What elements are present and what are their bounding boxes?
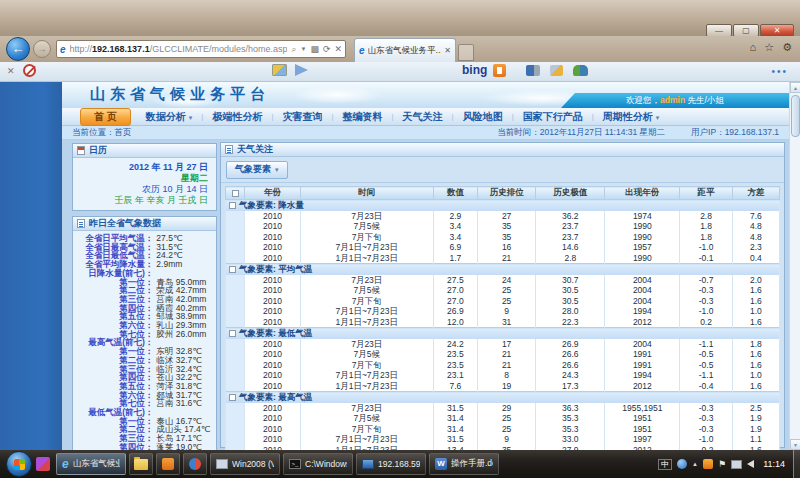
element-selector-button[interactable]: 气象要素 ▾ bbox=[226, 161, 288, 179]
security-tray-icon[interactable] bbox=[703, 459, 713, 469]
table-row[interactable]: 20107月下旬23.52126.61991-0.51.6 bbox=[226, 360, 780, 371]
bing-app-icon[interactable] bbox=[493, 64, 506, 77]
column-header[interactable]: 数值 bbox=[433, 187, 477, 200]
taskbar-button-word[interactable]: W操作手册.docx ... bbox=[429, 453, 499, 475]
scroll-down-icon[interactable]: ▼ bbox=[790, 439, 800, 450]
column-header[interactable]: 距平 bbox=[680, 187, 733, 200]
taskbar-button-ie[interactable]: e山东省气候业... bbox=[56, 453, 126, 475]
table-group-row[interactable]: 气象要素: 平均气温 bbox=[226, 264, 780, 275]
table-row[interactable]: 20107月5候23.52126.61991-0.51.6 bbox=[226, 349, 780, 360]
menu-item-4[interactable]: 灾害查询 bbox=[273, 110, 331, 124]
menu-item-3[interactable]: 极端性分析 bbox=[203, 110, 271, 124]
address-bar[interactable]: e http://192.168.137.1/GLCCLIMATE/module… bbox=[56, 40, 346, 58]
toolbox-icon[interactable] bbox=[550, 65, 563, 76]
search-icon[interactable]: ⌕ bbox=[291, 44, 296, 55]
close-toolbar-icon[interactable]: ✕ bbox=[7, 66, 15, 76]
table-row[interactable]: 20107月23日24.21726.92004-1.11.8 bbox=[226, 339, 780, 350]
taskbar-button-remote[interactable]: 192.168.59.99... bbox=[356, 453, 426, 475]
table-row[interactable]: 20107月下旬3.43523.719901.84.8 bbox=[226, 232, 780, 243]
table-row[interactable]: 20107月1日~7月23日23.1824.31994-1.11.0 bbox=[226, 370, 780, 381]
send-icon[interactable] bbox=[295, 64, 308, 76]
home-icon[interactable]: ⌂ bbox=[750, 41, 757, 54]
chevron-down-icon[interactable]: ▼ bbox=[300, 46, 306, 52]
messenger-icon[interactable] bbox=[526, 65, 540, 76]
favorites-star-icon[interactable]: ☆ bbox=[764, 41, 774, 54]
taskbar-button-media[interactable] bbox=[183, 453, 207, 475]
table-row[interactable]: 20107月23日2.92736.219742.87.6 bbox=[226, 211, 780, 222]
more-options-dots[interactable]: ••• bbox=[771, 66, 788, 77]
back-button[interactable]: ← bbox=[6, 37, 30, 61]
table-cell: 35 bbox=[478, 232, 536, 243]
menu-item-7[interactable]: 风险地图 bbox=[454, 110, 512, 124]
taskbar-button-window[interactable]: Win2008 (VS2... bbox=[210, 453, 280, 475]
checkbox[interactable] bbox=[229, 266, 236, 273]
table-row[interactable]: 20107月5候3.43523.719901.84.8 bbox=[226, 221, 780, 232]
table-group-row[interactable]: 气象要素: 最高气温 bbox=[226, 392, 780, 403]
forward-button[interactable]: → bbox=[33, 40, 51, 58]
menu-item-2[interactable]: 数据分析▾ bbox=[137, 110, 202, 124]
table-row[interactable]: 20107月5候31.42535.31951-0.31.9 bbox=[226, 413, 780, 424]
column-header[interactable]: 时间 bbox=[300, 187, 433, 200]
table-row[interactable]: 20107月下旬27.02530.52004-0.31.6 bbox=[226, 296, 780, 307]
tools-gear-icon[interactable]: ⚙ bbox=[782, 41, 792, 54]
column-header[interactable]: 年份 bbox=[245, 187, 300, 200]
taskbar-clock[interactable]: 11:14 bbox=[763, 459, 785, 469]
chevron-down-icon: ▾ bbox=[656, 114, 660, 121]
start-button[interactable] bbox=[6, 451, 32, 477]
menu-item-9[interactable]: 周期性分析▾ bbox=[594, 110, 669, 124]
table-row[interactable]: 20107月23日27.52430.72004-0.72.0 bbox=[226, 275, 780, 286]
network-icon[interactable] bbox=[731, 460, 742, 469]
table-row[interactable]: 20107月1日~7月23日6.91614.61957-1.02.3 bbox=[226, 242, 780, 253]
table-row[interactable]: 20101月1日~7月23日1.7212.81990-0.10.4 bbox=[226, 253, 780, 264]
stop-icon[interactable]: ✕ bbox=[334, 44, 342, 54]
row-indent-cell bbox=[226, 275, 245, 286]
table-row[interactable]: 20107月1日~7月23日31.5933.01997-1.01.1 bbox=[226, 434, 780, 445]
table-row[interactable]: 20107月下旬31.42535.31951-0.31.9 bbox=[226, 424, 780, 435]
pinned-app-icon[interactable] bbox=[36, 457, 50, 471]
refresh-icon[interactable]: ⟳ bbox=[323, 44, 331, 54]
url-text[interactable]: http://192.168.137.1/GLCCLIMATE/modules/… bbox=[70, 44, 288, 54]
menu-item-5[interactable]: 整编资料 bbox=[334, 110, 392, 124]
volume-icon[interactable] bbox=[747, 460, 754, 468]
folder-icon bbox=[134, 459, 148, 470]
people-icon[interactable] bbox=[573, 65, 588, 76]
scrollbar[interactable]: ▲ ▼ bbox=[789, 82, 800, 450]
taskbar-button-console[interactable]: >_C:\Windows\s... bbox=[283, 453, 353, 475]
cards-icon[interactable] bbox=[272, 64, 287, 76]
column-header[interactable]: 出现年份 bbox=[605, 187, 680, 200]
checkbox[interactable] bbox=[229, 394, 236, 401]
action-center-flag-icon[interactable]: ⚑ bbox=[718, 459, 726, 469]
bing-logo[interactable]: bing bbox=[462, 63, 487, 77]
show-desktop-button[interactable] bbox=[793, 450, 800, 478]
taskbar-button-app-orange[interactable] bbox=[156, 453, 180, 475]
messenger-tray-icon[interactable] bbox=[677, 459, 687, 469]
table-group-row[interactable]: 气象要素: 降水量 bbox=[226, 200, 780, 211]
checkbox[interactable] bbox=[229, 202, 236, 209]
compatibility-view-icon[interactable]: ▩ bbox=[310, 44, 319, 54]
taskbar-button-folder[interactable] bbox=[129, 453, 153, 475]
table-row[interactable]: 20107月5候27.02530.52004-0.31.6 bbox=[226, 285, 780, 296]
table-header-row: 年份时间数值历史排位历史极值出现年份距平方差 bbox=[226, 187, 780, 200]
table-row[interactable]: 20101月1日~7月23日7.61917.32012-0.41.6 bbox=[226, 381, 780, 392]
table-row[interactable]: 20107月1日~7月23日26.9928.01994-1.01.0 bbox=[226, 306, 780, 317]
menu-item-8[interactable]: 国家下行产品 bbox=[514, 110, 592, 124]
scroll-up-icon[interactable]: ▲ bbox=[790, 82, 800, 93]
table-group-row[interactable]: 气象要素: 最低气温 bbox=[226, 328, 780, 339]
ime-indicator[interactable]: 中 bbox=[658, 459, 672, 470]
tab-close-icon[interactable]: ✕ bbox=[444, 46, 451, 55]
new-tab-button[interactable] bbox=[458, 44, 474, 61]
column-header[interactable]: 方差 bbox=[732, 187, 779, 200]
checkbox[interactable] bbox=[229, 330, 236, 337]
menu-item-6[interactable]: 天气关注 bbox=[394, 110, 452, 124]
scrollbar-thumb[interactable] bbox=[791, 95, 800, 137]
table-cell: 1月1日~7月23日 bbox=[300, 381, 433, 392]
menu-item-1[interactable]: 首 页 bbox=[80, 108, 131, 126]
hidden-icons-chevron[interactable]: ▲ bbox=[692, 461, 698, 467]
table-row[interactable]: 20107月23日31.52936.31955,1951-0.32.5 bbox=[226, 403, 780, 414]
browser-tab[interactable]: e 山东省气候业务平... ✕ bbox=[354, 38, 456, 62]
column-header[interactable]: 历史排位 bbox=[478, 187, 536, 200]
table-cell: 31 bbox=[478, 317, 536, 328]
checkbox[interactable] bbox=[232, 190, 239, 197]
column-header[interactable]: 历史极值 bbox=[536, 187, 605, 200]
table-row[interactable]: 20101月1日~7月23日12.03122.320120.21.6 bbox=[226, 317, 780, 328]
